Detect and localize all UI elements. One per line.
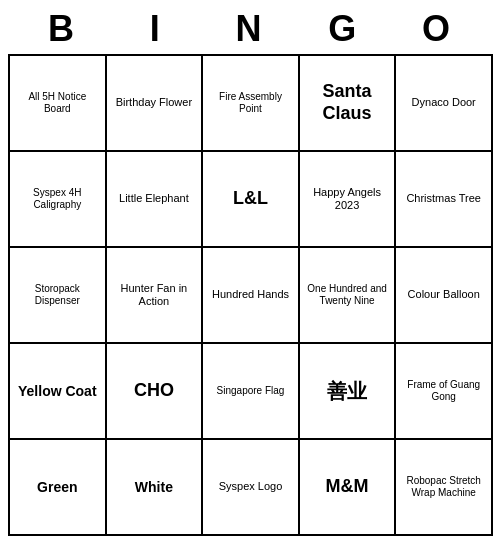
table-row: Yellow Coat (10, 344, 107, 440)
table-row: CHO (107, 344, 204, 440)
table-row: Syspex 4H Caligraphy (10, 152, 107, 248)
table-row: Santa Claus (300, 56, 397, 152)
letter-g: G (297, 8, 391, 50)
table-row: Colour Balloon (396, 248, 493, 344)
table-row: Storopack Dispenser (10, 248, 107, 344)
table-row: Dynaco Door (396, 56, 493, 152)
table-row: M&M (300, 440, 397, 536)
letter-o: O (391, 8, 485, 50)
table-row: Hunter Fan in Action (107, 248, 204, 344)
table-row: All 5H Notice Board (10, 56, 107, 152)
table-row: White (107, 440, 204, 536)
table-row: Happy Angels 2023 (300, 152, 397, 248)
table-row: Christmas Tree (396, 152, 493, 248)
table-row: 善业 (300, 344, 397, 440)
table-row: One Hundred and Twenty Nine (300, 248, 397, 344)
bingo-grid: All 5H Notice BoardBirthday FlowerFire A… (8, 54, 493, 536)
table-row: Green (10, 440, 107, 536)
letter-n: N (204, 8, 298, 50)
table-row: Singapore Flag (203, 344, 300, 440)
table-row: Robopac Stretch Wrap Machine (396, 440, 493, 536)
letter-i: I (110, 8, 204, 50)
bingo-title: B I N G O (8, 8, 493, 50)
table-row: Fire Assembly Point (203, 56, 300, 152)
table-row: Hundred Hands (203, 248, 300, 344)
table-row: Frame of Guang Gong (396, 344, 493, 440)
letter-b: B (16, 8, 110, 50)
table-row: Little Elephant (107, 152, 204, 248)
table-row: Birthday Flower (107, 56, 204, 152)
table-row: Syspex Logo (203, 440, 300, 536)
table-row: L&L (203, 152, 300, 248)
